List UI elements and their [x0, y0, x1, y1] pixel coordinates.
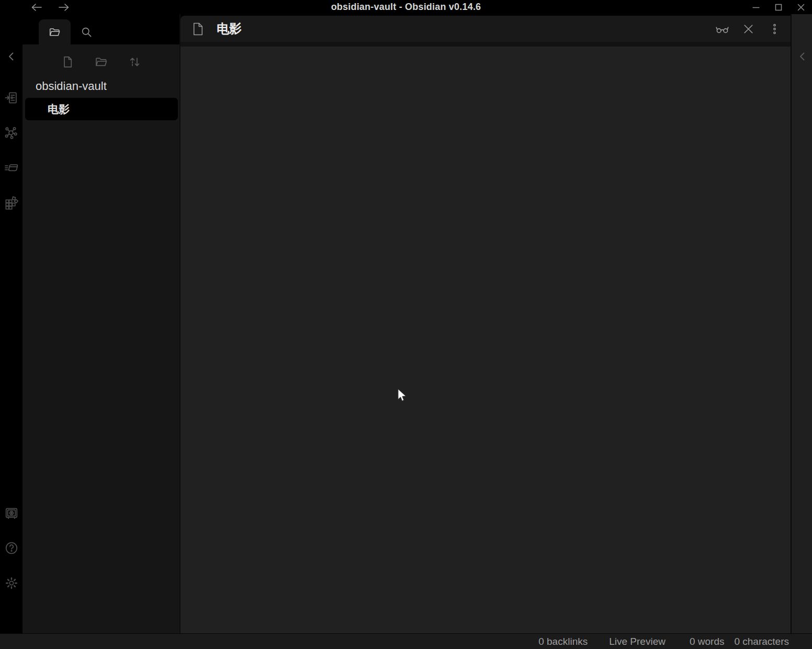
blocks-icon [4, 196, 18, 210]
help-button[interactable] [4, 541, 18, 555]
quick-switcher-button[interactable] [4, 90, 18, 105]
minimize-icon [751, 2, 761, 13]
go-to-file-icon [5, 91, 18, 105]
new-note-button[interactable] [58, 52, 77, 71]
left-sidebar: obsidian-vault 电影 [22, 14, 181, 633]
file-tree-item[interactable]: 电影 [25, 98, 178, 120]
explorer-toolbar [22, 44, 179, 71]
file-explorer-panel: obsidian-vault 电影 [22, 44, 179, 633]
view-actions [715, 22, 781, 36]
document-icon [192, 22, 204, 36]
random-note-button[interactable] [4, 196, 18, 210]
vault-name[interactable]: obsidian-vault [22, 78, 179, 94]
new-folder-button[interactable] [92, 52, 110, 71]
sort-arrows-icon [128, 55, 141, 69]
search-icon [81, 26, 93, 38]
new-note-icon [61, 55, 74, 69]
glasses-icon [715, 22, 729, 36]
more-options-button[interactable] [768, 22, 781, 36]
editor-content[interactable] [181, 47, 791, 633]
kebab-menu-icon [768, 22, 781, 36]
minimize-button[interactable] [749, 1, 763, 13]
run-command-icon [4, 161, 18, 175]
titlebar: obsidian-vault - Obsidian v0.14.6 [0, 0, 812, 14]
sort-order-button[interactable] [125, 52, 144, 71]
collapse-left-sidebar-button[interactable] [4, 49, 18, 63]
word-count: 0 words [690, 636, 725, 647]
right-sidebar-strip [791, 14, 812, 633]
chevron-left-icon [6, 51, 17, 62]
maximize-icon [773, 2, 784, 13]
expand-right-sidebar-button[interactable] [795, 49, 809, 63]
sidebar-tabbar [22, 14, 179, 44]
close-icon [796, 2, 806, 13]
settings-button[interactable] [4, 576, 18, 590]
window-title: obsidian-vault - Obsidian v0.14.6 [0, 0, 812, 14]
editor-mode[interactable]: Live Preview [609, 636, 666, 647]
close-window-button[interactable] [794, 1, 808, 13]
open-vault-button[interactable] [4, 506, 18, 520]
folder-icon [49, 26, 61, 38]
note-title: 电影 [217, 20, 242, 37]
graph-view-button[interactable] [4, 126, 18, 140]
help-circle-icon [4, 541, 19, 555]
editor-pane: 电影 [181, 14, 791, 633]
gear-icon [4, 576, 19, 590]
header-divider [181, 42, 791, 47]
tab-file-explorer[interactable] [39, 19, 71, 44]
app-frame: obsidian-vault 电影 电影 [0, 14, 812, 633]
command-palette-button[interactable] [4, 161, 18, 175]
backlinks-count[interactable]: 0 backlinks [538, 636, 588, 647]
close-icon [742, 22, 755, 36]
character-count: 0 characters [734, 636, 789, 647]
tab-search[interactable] [71, 19, 103, 44]
view-header: 电影 [181, 16, 791, 42]
vault-icon [4, 506, 19, 521]
left-ribbon [0, 14, 22, 633]
close-pane-button[interactable] [741, 22, 755, 36]
maximize-button[interactable] [772, 1, 785, 13]
reading-view-button[interactable] [715, 22, 729, 36]
graph-icon [4, 126, 18, 140]
chevron-left-icon [797, 51, 808, 62]
statusbar: 0 backlinks Live Preview 0 words 0 chara… [0, 633, 812, 649]
new-folder-icon [95, 55, 108, 69]
